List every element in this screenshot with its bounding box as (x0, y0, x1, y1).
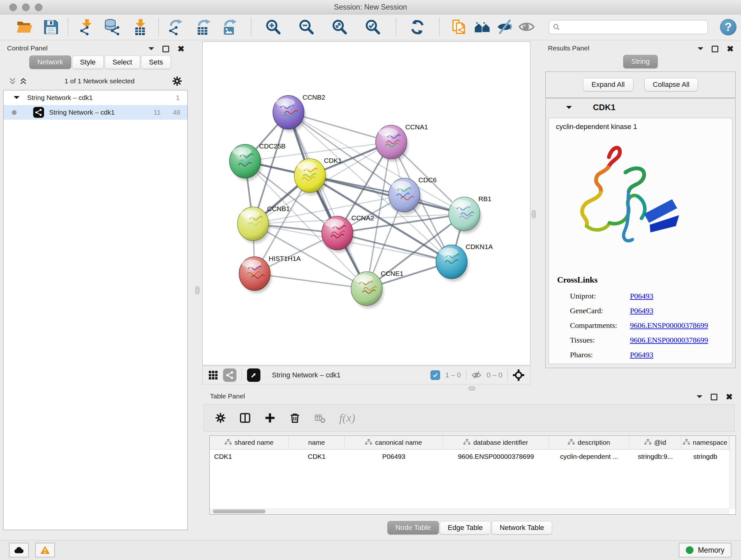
crosslink-value[interactable]: P06493 (630, 351, 653, 359)
export-table-icon[interactable] (196, 19, 212, 36)
crosslink-value[interactable]: P06493 (630, 292, 653, 300)
gear-icon[interactable] (172, 76, 183, 86)
crosslink-value[interactable]: 9606.ENSP00000378699 (630, 336, 708, 345)
crosslink-row: Tissues:9606.ENSP00000378699 (549, 333, 729, 348)
network-edge-CCNB2-CCNE1[interactable] (288, 112, 367, 289)
table-row[interactable]: CDK1CDK1P064939606.ENSP00000378699cyclin… (210, 449, 736, 463)
scrollbar-thumb[interactable] (213, 509, 266, 513)
selected-checkbox-icon[interactable] (430, 370, 440, 380)
column-header-database-identifier[interactable]: database identifier (443, 436, 549, 449)
network-row-selected[interactable]: String Network – cdk1 11 48 (3, 105, 187, 120)
panel-menu-icon[interactable] (697, 395, 702, 401)
crosslink-value[interactable]: P06493 (630, 307, 653, 315)
expand-all-icon[interactable] (19, 77, 27, 85)
hide-selection-eye-slash-icon[interactable] (496, 19, 513, 36)
save-session-icon[interactable] (43, 19, 59, 36)
table-cell[interactable]: CDK1 (210, 449, 289, 463)
function-builder-icon[interactable]: f(x) (339, 411, 355, 425)
column-header-shared-name[interactable]: shared name (210, 436, 289, 449)
home-icon[interactable] (474, 19, 491, 36)
tab-style[interactable]: Style (72, 56, 104, 69)
tab-network[interactable]: Network (29, 56, 71, 69)
birdseye-view-icon[interactable] (247, 368, 260, 382)
warning-button[interactable] (35, 543, 55, 557)
expand-all-button[interactable]: Expand All (583, 78, 633, 91)
table-cell[interactable]: CDK1 (289, 449, 345, 463)
tab-network-table[interactable]: Network Table (492, 521, 552, 535)
zoom-in-icon[interactable] (265, 19, 281, 36)
panel-float-icon[interactable] (711, 394, 718, 400)
gear-icon[interactable] (215, 412, 226, 424)
open-session-icon[interactable] (16, 19, 32, 36)
column-header--id[interactable]: @id (629, 436, 681, 449)
tab-edge-table[interactable]: Edge Table (440, 521, 491, 535)
string-documents-icon[interactable] (451, 19, 467, 36)
columns-icon[interactable] (239, 412, 251, 424)
collection-expander-icon[interactable] (14, 96, 19, 102)
cytoscape-window: Session: New Session ? Control Panel (0, 0, 741, 560)
cloud-button[interactable] (9, 543, 29, 557)
grid-view-icon[interactable] (208, 370, 218, 380)
search-input[interactable] (563, 23, 704, 32)
panel-float-icon[interactable] (712, 46, 718, 52)
selected-counts: 1 – 0 (445, 371, 461, 379)
hidden-eye-slash-icon[interactable] (471, 370, 482, 380)
tab-select[interactable]: Select (105, 56, 140, 69)
network-collection-row[interactable]: String Network – cdk1 1 (3, 90, 187, 105)
column-header-canonical-name[interactable]: canonical name (345, 436, 443, 449)
zoom-fit-icon[interactable] (331, 19, 348, 36)
panel-menu-icon[interactable] (148, 47, 154, 53)
help-icon[interactable]: ? (720, 19, 737, 36)
vertical-scrollbar[interactable] (730, 436, 736, 509)
add-column-icon[interactable] (264, 412, 276, 424)
tab-string[interactable]: String (623, 55, 657, 68)
export-image-icon[interactable] (222, 19, 239, 36)
panel-close-icon[interactable]: ✖ (726, 394, 733, 400)
protein-structure-image (558, 138, 696, 266)
network-edge-count: 48 (173, 109, 180, 116)
panel-close-icon[interactable]: ✖ (178, 46, 185, 52)
column-header-description[interactable]: description (549, 436, 629, 449)
panel-menu-icon[interactable] (697, 47, 703, 53)
delete-column-trash-icon[interactable] (289, 412, 301, 424)
zoom-out-icon[interactable] (298, 19, 315, 36)
crosslink-row: Uniprot:P06493 (549, 289, 729, 303)
collapse-all-button[interactable]: Collapse All (644, 78, 698, 91)
toolbar-separator (439, 17, 440, 36)
section-expander-icon[interactable] (566, 106, 572, 112)
show-all-eye-icon[interactable] (518, 19, 535, 36)
share-view-icon[interactable] (223, 368, 237, 382)
panel-float-icon[interactable] (162, 46, 169, 52)
import-table-icon[interactable] (132, 19, 149, 36)
tab-node-table[interactable]: Node Table (387, 521, 439, 535)
refresh-icon[interactable] (409, 19, 426, 36)
crosslink-label: Tissues: (570, 336, 630, 345)
import-database-icon[interactable] (104, 19, 121, 36)
node-label-CDC25B: CDC25B (259, 142, 286, 150)
table-cell[interactable]: cyclin-dependent ... (549, 449, 629, 463)
table-cell[interactable]: stringdb (681, 449, 729, 463)
table-cell[interactable]: P06493 (345, 449, 443, 463)
fit-selected-crosshair-icon[interactable] (513, 369, 524, 381)
collapse-all-icon[interactable] (8, 77, 17, 85)
crosslink-value[interactable]: 9606.ENSP00000378699 (630, 321, 708, 330)
splitter-handle[interactable] (532, 210, 536, 219)
splitter-handle[interactable] (195, 286, 199, 294)
tab-sets[interactable]: Sets (141, 56, 171, 69)
zoom-selected-icon[interactable] (364, 19, 381, 36)
import-network-icon[interactable] (78, 19, 95, 36)
table-cell[interactable]: 9606.ENSP00000378699 (443, 449, 549, 463)
crosslink-label: GeneCard: (570, 307, 630, 315)
table-cell[interactable]: stringdb:9... (629, 449, 681, 463)
toolbar-separator (251, 17, 252, 36)
memory-button[interactable]: Memory (679, 543, 731, 557)
panel-close-icon[interactable]: ✖ (727, 46, 734, 52)
horizontal-scrollbar[interactable] (210, 509, 730, 514)
search-field[interactable] (549, 20, 708, 34)
toolbar-separator (68, 17, 68, 36)
delete-table-icon[interactable] (314, 413, 327, 423)
export-network-icon[interactable] (168, 19, 185, 36)
column-header-namespace[interactable]: namespace (681, 436, 729, 449)
column-header-name[interactable]: name (289, 436, 345, 449)
network-view[interactable]: CCNB2CCNA1CDC25BCDK1CDC6RB1CCNB1CCNA2CDK… (202, 42, 530, 365)
